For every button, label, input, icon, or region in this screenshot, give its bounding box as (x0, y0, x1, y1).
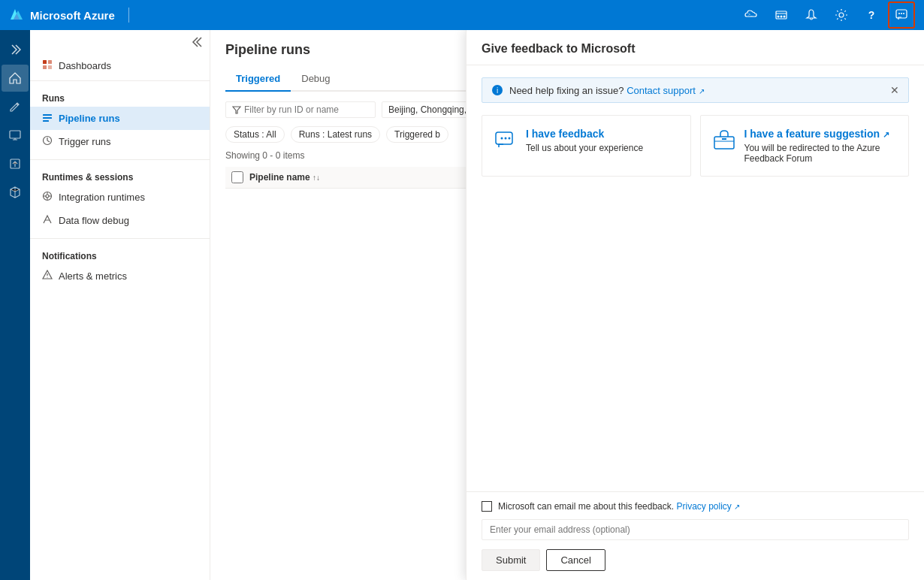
icon-sidebar-monitor[interactable] (2, 122, 29, 149)
feedback-chat-icon (494, 129, 517, 152)
cancel-button[interactable]: Cancel (546, 549, 605, 571)
pipeline-runs-icon (42, 112, 53, 125)
svg-rect-20 (43, 117, 52, 119)
runs-filter-badge[interactable]: Runs : Latest runs (291, 126, 380, 143)
monitor-icon (9, 129, 21, 141)
feedback-cards: I have feedback Tell us about your exper… (482, 115, 909, 177)
feedback-bubble-icon (494, 129, 517, 156)
svg-rect-16 (48, 60, 52, 64)
svg-point-34 (505, 137, 507, 140)
dashboards-svg (42, 59, 53, 70)
svg-point-24 (46, 195, 49, 198)
cloud-shell-icon: >_ (744, 8, 758, 22)
svg-marker-26 (233, 107, 240, 113)
help-icon: ? (868, 9, 875, 21)
directory-icon-btn[interactable] (768, 2, 795, 29)
alerts-icon (42, 270, 53, 282)
sidebar-section-notifications: Notifications Alerts & metrics (30, 242, 210, 291)
svg-point-7 (784, 16, 786, 18)
svg-rect-15 (43, 60, 47, 64)
svg-point-25 (47, 276, 47, 277)
dataflow-icon (42, 214, 53, 225)
pipeline-runs-svg (42, 112, 53, 122)
info-banner-close-btn[interactable]: ✕ (890, 84, 899, 96)
sidebar-item-pipeline-runs[interactable]: Pipeline runs (30, 107, 210, 130)
sidebar-collapse-btn[interactable] (30, 30, 210, 54)
sidebar-item-integration-runtimes[interactable]: Integration runtimes (30, 186, 210, 209)
sidebar-item-dashboards[interactable]: Dashboards (30, 54, 210, 77)
status-filter-badge[interactable]: Status : All (225, 126, 285, 143)
edit-icon (9, 101, 21, 113)
suggestion-box-icon (713, 129, 735, 152)
settings-icon-btn[interactable] (828, 2, 855, 29)
triggered-by-badge[interactable]: Triggered b (386, 126, 448, 143)
package-icon (9, 186, 21, 198)
icon-sidebar-home[interactable] (2, 65, 29, 92)
topbar-icons: >_ ? (738, 2, 915, 29)
bell-icon-btn[interactable] (798, 2, 825, 29)
feature-suggestion-desc: You will be redirected to the Azure Feed… (744, 143, 897, 164)
feature-suggestion-title: I have a feature suggestion ↗ (744, 128, 897, 140)
runtimes-header: Runtimes & sessions (30, 166, 210, 186)
main-layout: Dashboards Runs Pipeline runs (0, 30, 924, 580)
svg-point-33 (501, 137, 503, 140)
sidebar-section-runtimes: Runtimes & sessions Integration runtimes (30, 163, 210, 235)
email-row: Microsoft can email me about this feedba… (482, 501, 909, 512)
feedback-card-have-desc: Tell us about your experience (526, 143, 643, 153)
feedback-icon-btn[interactable] (888, 2, 915, 29)
sidebar-item-data-flow-debug[interactable]: Data flow debug (30, 209, 210, 232)
svg-rect-13 (10, 131, 20, 138)
sidebar-section-runs: Runs Pipeline runs (30, 84, 210, 156)
alerts-metrics-label: Alerts & metrics (59, 270, 127, 282)
feedback-card-have-content: I have feedback Tell us about your exper… (526, 128, 643, 153)
icon-sidebar-deploy[interactable] (2, 150, 29, 177)
icon-sidebar-expand[interactable] (2, 36, 29, 63)
privacy-policy-link[interactable]: Privacy policy ↗ (676, 501, 740, 512)
sidebar-separator-1 (30, 80, 210, 81)
brand: Microsoft Azure (9, 8, 137, 23)
sidebar-separator-2 (30, 159, 210, 160)
feature-suggestion-content: I have a feature suggestion ↗ You will b… (744, 128, 897, 164)
contact-support-link[interactable]: Contact support ↗ (627, 85, 704, 96)
sidebar-separator-3 (30, 238, 210, 239)
suggestion-icon (713, 129, 735, 156)
email-input[interactable] (482, 519, 909, 540)
select-all-checkbox[interactable] (231, 171, 243, 183)
main-sidebar: Dashboards Runs Pipeline runs (30, 30, 210, 580)
data-flow-debug-icon (42, 214, 53, 227)
icon-sidebar (0, 30, 30, 580)
feedback-panel: Give feedback to Microsoft i Need help f… (466, 30, 924, 580)
submit-button[interactable]: Submit (482, 549, 540, 571)
info-banner-text: Need help fixing an issue? Contact suppo… (509, 85, 884, 96)
svg-point-10 (898, 13, 900, 14)
icon-sidebar-edit[interactable] (2, 93, 29, 120)
deploy-icon (9, 158, 21, 170)
feedback-footer: Microsoft can email me about this feedba… (467, 491, 924, 580)
footer-buttons: Submit Cancel (482, 549, 909, 571)
feedback-card-have-feedback[interactable]: I have feedback Tell us about your exper… (482, 115, 691, 177)
sidebar-item-trigger-runs[interactable]: Trigger runs (30, 130, 210, 153)
svg-point-35 (509, 137, 511, 140)
topbar: Microsoft Azure >_ (0, 0, 924, 30)
feedback-card-feature-suggestion[interactable]: I have a feature suggestion ↗ You will b… (700, 115, 910, 177)
svg-point-11 (901, 13, 902, 14)
cloud-icon-btn[interactable]: >_ (738, 2, 765, 29)
gear-icon (835, 8, 848, 22)
feedback-header: Give feedback to Microsoft (467, 30, 924, 65)
sidebar-item-alerts-metrics[interactable]: Alerts & metrics (30, 264, 210, 288)
icon-sidebar-package[interactable] (2, 179, 29, 206)
svg-point-6 (781, 16, 783, 18)
svg-rect-18 (48, 65, 52, 69)
filter-input[interactable] (244, 104, 364, 115)
location-filter[interactable]: Beijing, Chongqing, (382, 101, 473, 118)
help-icon-btn[interactable]: ? (858, 2, 885, 29)
filter-input-container (225, 101, 376, 118)
svg-point-8 (839, 13, 844, 17)
tab-triggered[interactable]: Triggered (225, 67, 291, 92)
chevron-right-icon (9, 44, 21, 56)
data-flow-debug-label: Data flow debug (59, 215, 129, 226)
tab-debug[interactable]: Debug (291, 67, 340, 92)
directory-icon (775, 8, 788, 22)
trigger-icon (42, 135, 53, 146)
email-checkbox[interactable] (482, 501, 492, 512)
